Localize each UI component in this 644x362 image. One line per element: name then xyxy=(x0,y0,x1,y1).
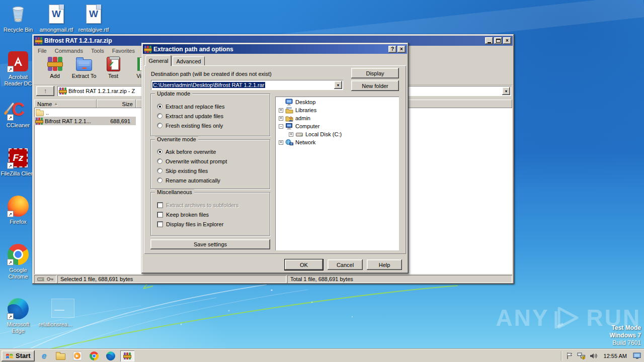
tree-item-network[interactable]: + Network xyxy=(277,138,399,146)
extract-folder-icon xyxy=(76,59,92,71)
archive-icon xyxy=(59,87,66,95)
destination-path-label: Destination path (will be created if doe… xyxy=(151,71,272,77)
start-button[interactable]: Start xyxy=(2,350,35,361)
desktop-icon-recycle-bin[interactable]: Recycle Bin xyxy=(0,3,36,33)
tab-advanced[interactable]: Advanced xyxy=(173,56,205,66)
volume-icon[interactable] xyxy=(590,352,598,359)
watermark-mode: Test Mode xyxy=(609,324,641,332)
dialog-titlebar[interactable]: Extraction path and options ? × xyxy=(143,44,407,54)
network-status-icon[interactable] xyxy=(577,352,586,359)
action-center-flag-icon[interactable] xyxy=(566,352,573,359)
dialog-close-button[interactable]: × xyxy=(397,46,406,53)
close-button[interactable]: × xyxy=(503,37,511,44)
desktop-icon-acrobat[interactable]: ↗ Acrobat Reader DC xyxy=(0,50,36,87)
tab-general[interactable]: General xyxy=(145,55,172,66)
column-header-name[interactable]: Name ▲ xyxy=(34,100,97,108)
radio-button[interactable] xyxy=(157,149,163,154)
rar-file-icon xyxy=(36,118,43,125)
desktop-icon-firefox[interactable]: ↗ Firefox xyxy=(0,195,36,225)
toolbar-extract-to-button[interactable]: Extract To xyxy=(70,56,98,84)
radio-button[interactable] xyxy=(157,177,163,183)
tree-item-libraries[interactable]: + Libraries xyxy=(277,106,399,114)
checkbox-display-files-explorer[interactable]: Display files in Explorer xyxy=(151,219,270,229)
menu-tools[interactable]: Tools xyxy=(87,47,108,54)
desktop-icon-edge[interactable]: ↗ Microsoft Edge xyxy=(0,298,36,334)
destination-dropdown-button[interactable]: ▼ xyxy=(334,81,342,89)
chrome-icon xyxy=(90,351,99,360)
tree-expander[interactable]: + xyxy=(289,132,293,137)
checkbox xyxy=(157,202,163,208)
destination-path-combobox[interactable]: C:\Users\admin\Desktop\Bifrost RAT 1.2.1… xyxy=(151,80,343,90)
overwrite-mode-group: Overwrite mode Ask before overwrite Over… xyxy=(150,139,270,189)
radio-fresh-existing[interactable]: Fresh existing files only xyxy=(151,121,270,130)
tree-expander[interactable]: + xyxy=(279,108,283,113)
dialog-help-button[interactable]: ? xyxy=(388,46,396,53)
media-player-icon: ▶ xyxy=(73,351,82,360)
menu-favorites[interactable]: Favorites xyxy=(108,47,139,54)
checkbox[interactable] xyxy=(157,212,163,218)
user-folder-icon xyxy=(285,115,293,122)
maximize-button[interactable] xyxy=(494,37,502,44)
tree-expander[interactable]: + xyxy=(279,140,283,145)
desktop-icon-relationsrea[interactable]: relationsrea... xyxy=(37,298,73,328)
help-button[interactable]: Help xyxy=(367,259,402,270)
radio-extract-update[interactable]: Extract and update files xyxy=(151,111,270,121)
radio-button[interactable] xyxy=(157,123,163,128)
tree-expander[interactable]: + xyxy=(279,116,283,121)
radio-button[interactable] xyxy=(157,158,163,164)
tray-separator xyxy=(561,351,562,361)
system-tray: 12:55 AM xyxy=(561,351,642,361)
taskbar-chrome-button[interactable] xyxy=(87,350,101,361)
cancel-button[interactable]: Cancel xyxy=(328,259,363,270)
radio-button[interactable] xyxy=(157,168,163,173)
taskbar-winrar-button[interactable] xyxy=(120,350,134,361)
toolbar-add-button[interactable]: Add xyxy=(41,56,69,84)
radio-button[interactable] xyxy=(157,113,163,119)
desktop-icon-amongmail[interactable]: W amongmail.rtf xyxy=(38,3,74,33)
dialog-title: Extraction path and options xyxy=(153,46,233,53)
checkbox-keep-broken-files[interactable]: Keep broken files xyxy=(151,210,270,219)
file-row-archive[interactable]: Bifrost RAT 1.2.1... 688,691 xyxy=(34,117,136,125)
key-icon xyxy=(46,276,53,282)
radio-extract-replace[interactable]: Extract and replace files xyxy=(151,102,270,111)
shortcut-arrow-icon: ↗ xyxy=(7,313,14,320)
ok-button[interactable]: OK xyxy=(285,259,323,270)
show-desktop-icon[interactable] xyxy=(633,352,641,359)
file-row-parent[interactable]: .. xyxy=(34,108,136,117)
taskbar-media-player-button[interactable]: ▶ xyxy=(70,350,85,361)
radio-button[interactable] xyxy=(157,104,163,109)
tree-item-computer[interactable]: - Computer xyxy=(277,122,399,130)
menu-file[interactable]: File xyxy=(34,47,51,54)
desktop-icon-chrome[interactable]: ↗ Google Chrome xyxy=(0,243,36,280)
desktop-icon-rentalgive[interactable]: W rentalgive.rtf xyxy=(75,3,112,33)
minimize-button[interactable] xyxy=(485,37,493,44)
address-dropdown-button[interactable]: ▼ xyxy=(502,87,510,95)
column-header-size[interactable]: Size xyxy=(97,100,136,108)
radio-ask-before-overwrite[interactable]: Ask before overwrite xyxy=(151,147,270,156)
taskbar-ie-button[interactable]: e xyxy=(37,350,51,361)
folder-up-icon xyxy=(36,111,44,116)
radio-rename-automatically[interactable]: Rename automatically xyxy=(151,175,270,185)
radio-overwrite-without-prompt[interactable]: Overwrite without prompt xyxy=(151,156,270,166)
radio-skip-existing[interactable]: Skip existing files xyxy=(151,166,270,175)
up-directory-button[interactable]: ↑ xyxy=(36,86,54,96)
desktop-icon-filezilla[interactable]: Fz ↗ FileZilla Client xyxy=(0,147,36,177)
tree-item-admin[interactable]: + admin xyxy=(277,114,399,122)
tree-expander[interactable]: - xyxy=(279,124,283,129)
desktop-icon-ccleaner[interactable]: C ↗ CCleaner xyxy=(0,99,36,129)
winrar-icon xyxy=(124,352,131,359)
tree-item-local-disk-c[interactable]: + Local Disk (C:) xyxy=(277,130,399,138)
taskbar-edge-button[interactable] xyxy=(104,350,118,361)
save-settings-button[interactable]: Save settings xyxy=(150,239,270,249)
checkbox[interactable] xyxy=(157,221,163,227)
new-folder-button[interactable]: New folder xyxy=(351,80,399,91)
libraries-icon xyxy=(285,107,293,114)
windows-logo-icon xyxy=(6,352,14,359)
taskbar-explorer-button[interactable] xyxy=(54,350,68,361)
toolbar-test-button[interactable]: ✓ Test xyxy=(99,56,127,84)
tree-item-desktop[interactable]: Desktop xyxy=(277,98,399,106)
clock[interactable]: 12:55 AM xyxy=(602,353,629,359)
winrar-statusbar: Selected 1 file, 688,691 bytes Total 1 f… xyxy=(34,275,512,283)
display-button[interactable]: Display xyxy=(351,68,399,78)
menu-commands[interactable]: Commands xyxy=(51,47,87,54)
